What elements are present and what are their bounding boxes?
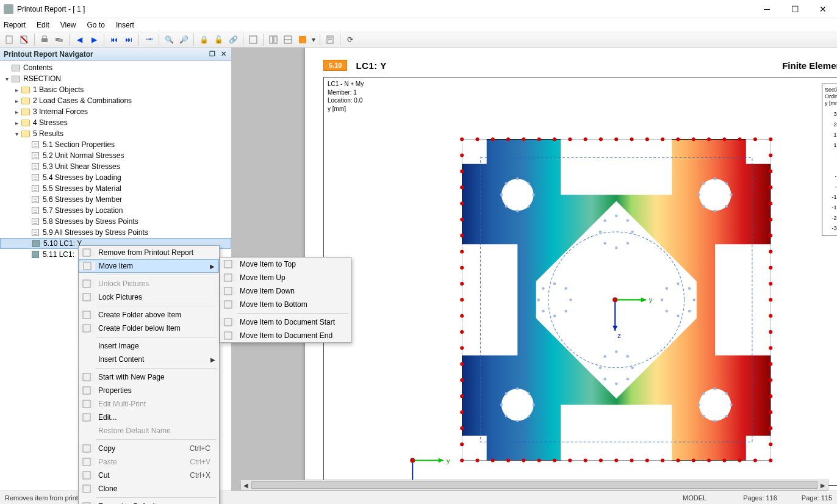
legend-row: 2.7: [824, 160, 837, 171]
nav-next-icon[interactable]: ▶: [87, 33, 101, 46]
svg-point-154: [615, 247, 617, 249]
svg-point-166: [615, 350, 617, 353]
svg-point-152: [631, 231, 633, 233]
tree-item-2[interactable]: 5.3 Unit Shear Stresses: [0, 161, 231, 172]
svg-point-172: [537, 298, 539, 301]
menu-report[interactable]: Report: [4, 21, 26, 29]
svg-point-107: [769, 346, 772, 350]
nav-prev-icon[interactable]: ◀: [73, 33, 86, 46]
svg-point-163: [603, 378, 606, 380]
ctx-sub-item-5[interactable]: Move Item to Document End: [220, 329, 351, 342]
ctx-sub-item-2[interactable]: Move Item Down: [220, 284, 351, 298]
tree-item-5[interactable]: 5.6 Stresses by Member: [0, 194, 231, 205]
ctx-item-18[interactable]: CopyCtrl+C: [79, 442, 219, 455]
print-all-icon[interactable]: [52, 33, 66, 46]
menu-edit[interactable]: Edit: [37, 21, 49, 29]
tree-item-3[interactable]: 5.4 Stresses by Loading: [0, 172, 231, 183]
menu-view[interactable]: View: [60, 21, 76, 29]
ctx-item-10[interactable]: Insert Content▶: [79, 353, 219, 366]
zoom-in-icon[interactable]: 🔍: [162, 33, 176, 46]
tree-folder-3[interactable]: ▸4 Stresses: [0, 117, 231, 128]
ctx-item-13[interactable]: Properties: [79, 384, 219, 397]
svg-marker-192: [439, 458, 444, 463]
context-menu[interactable]: Remove from Printout ReportMove Item▶Unl…: [78, 245, 220, 504]
layout-icon[interactable]: [267, 33, 280, 46]
ctx-sub-item-4[interactable]: Move Item to Document Start: [220, 315, 351, 329]
ctx-item-0[interactable]: Remove from Printout Report: [79, 246, 219, 259]
ctx-item-7[interactable]: Create Folder below Item: [79, 322, 219, 335]
refresh-icon[interactable]: ⟳: [343, 33, 357, 46]
tree-folder-4[interactable]: ▾5 Results: [0, 128, 231, 139]
ctx-item-21[interactable]: Clone: [79, 482, 219, 495]
print-icon[interactable]: [38, 33, 51, 46]
svg-point-127: [528, 182, 530, 184]
nav-first-icon[interactable]: ⏮: [107, 33, 121, 46]
svg-point-114: [460, 411, 464, 414]
maximize-button[interactable]: ☐: [781, 0, 809, 18]
ctx-item-23[interactable]: Expand to Default: [79, 500, 219, 504]
svg-point-147: [702, 415, 705, 417]
svg-point-58: [599, 137, 603, 141]
tree-item-7[interactable]: 5.8 Stresses by Stress Points: [0, 216, 231, 227]
tree-folder-2[interactable]: ▸3 Internal Forces: [0, 106, 231, 117]
ctx-item-4[interactable]: Lock Pictures: [79, 290, 219, 304]
jump-icon[interactable]: ⭲: [142, 33, 156, 46]
menu-goto[interactable]: Go to: [87, 21, 105, 29]
tree-folder-1[interactable]: ▸2 Load Cases & Combinations: [0, 95, 231, 106]
color-legend: Section Properties | Ordinatesy [mm] 30.…: [822, 84, 837, 236]
svg-point-144: [730, 403, 732, 406]
tree-root[interactable]: Contents: [0, 62, 231, 73]
svg-point-56: [584, 137, 587, 141]
close-button[interactable]: ✕: [809, 0, 837, 18]
svg-point-179: [666, 310, 668, 312]
link-icon[interactable]: 🔗: [226, 33, 240, 46]
scroll-left-icon[interactable]: ◀: [241, 480, 251, 490]
svg-point-75: [722, 458, 726, 462]
context-submenu-move-item[interactable]: Move Item to TopMove Item UpMove Item Do…: [220, 257, 351, 343]
minimize-button[interactable]: ─: [753, 0, 781, 18]
menu-insert[interactable]: Insert: [116, 21, 134, 29]
tree-item-1[interactable]: 5.2 Unit Normal Stresses: [0, 150, 231, 161]
section-number: 5.10: [323, 60, 347, 71]
navigator-header: Printout Report Navigator ❐ ✕: [0, 48, 231, 61]
scroll-right-icon[interactable]: ▶: [818, 480, 828, 490]
scroll-thumb[interactable]: [251, 481, 817, 489]
ctx-item-6[interactable]: Create Folder above Item: [79, 308, 219, 322]
ctx-sub-item-1[interactable]: Move Item Up: [220, 271, 351, 284]
lock-icon[interactable]: 🔒: [197, 33, 210, 46]
svg-point-60: [614, 137, 618, 141]
svg-point-54: [568, 137, 572, 141]
notes-icon[interactable]: [323, 33, 337, 46]
svg-point-80: [769, 137, 772, 141]
unlock-icon[interactable]: 🔓: [212, 33, 225, 46]
ctx-sub-item-3[interactable]: Move Item to Bottom: [220, 298, 351, 311]
ctx-item-9[interactable]: Insert Image: [79, 339, 219, 353]
tree-folder-0[interactable]: ▸1 Basic Objects: [0, 84, 231, 95]
tree-project[interactable]: ▾RSECTION: [0, 73, 231, 84]
style-icon[interactable]: [281, 33, 295, 46]
ctx-item-15[interactable]: Edit...: [79, 411, 219, 424]
svg-point-150: [714, 387, 716, 390]
discard-icon[interactable]: [18, 33, 31, 46]
panel-dock-icon[interactable]: ❐: [208, 50, 217, 58]
svg-point-135: [725, 182, 728, 184]
svg-point-129: [725, 205, 728, 207]
zoom-out-icon[interactable]: 🔎: [177, 33, 190, 46]
style-dropdown-icon[interactable]: ▾: [311, 33, 317, 46]
svg-text:z: z: [617, 332, 621, 339]
tree-item-8[interactable]: 5.9 All Stresses by Stress Points: [0, 227, 231, 238]
svg-rect-200: [83, 280, 90, 287]
horizontal-scrollbar[interactable]: ◀ ▶: [240, 480, 828, 491]
ctx-item-20[interactable]: CutCtrl+X: [79, 469, 219, 482]
tree-item-4[interactable]: 5.5 Stresses by Material: [0, 183, 231, 194]
tool-a-icon[interactable]: [246, 33, 260, 46]
color-layout-icon[interactable]: [296, 33, 309, 46]
tree-item-6[interactable]: 5.7 Stresses by Location: [0, 205, 231, 216]
tree-item-0[interactable]: 5.1 Section Properties: [0, 139, 231, 150]
new-sheet-icon[interactable]: [3, 33, 16, 46]
nav-last-icon[interactable]: ⏭: [122, 33, 135, 46]
ctx-item-12[interactable]: Start with New Page: [79, 370, 219, 384]
ctx-item-1[interactable]: Move Item▶: [79, 259, 219, 273]
panel-close-icon[interactable]: ✕: [219, 50, 228, 58]
ctx-sub-item-0[interactable]: Move Item to Top: [220, 257, 351, 271]
